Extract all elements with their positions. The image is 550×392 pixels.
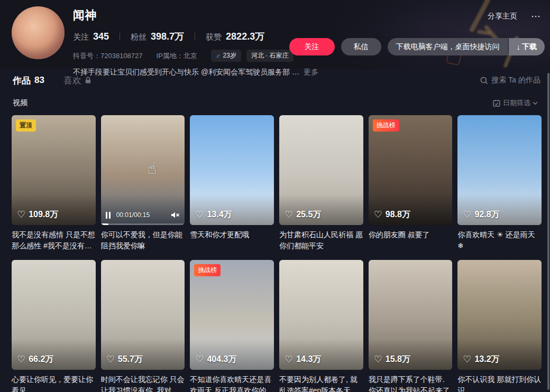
video-caption[interactable]: 你的朋友圈 叔要了 [369, 229, 453, 240]
heart-icon: ♡ [17, 209, 25, 220]
video-caption[interactable]: 雪天和你才更配哦 [190, 229, 274, 240]
video-thumbnail[interactable]: ♡ 25.5万 [279, 115, 363, 225]
video-thumbnail[interactable]: ♡ 92.8万 [457, 115, 542, 225]
heart-icon: ♡ [463, 209, 471, 220]
heart-icon: ♡ [17, 353, 25, 365]
mute-icon[interactable] [171, 211, 180, 219]
divider [195, 33, 195, 40]
scrollbar[interactable] [547, 73, 549, 390]
heart-icon: ♡ [106, 353, 115, 365]
video-card[interactable]: ♡ 25.5万 为甘肃积石山人民祈福 愿你们都能平安 [279, 115, 363, 251]
video-card[interactable]: ♡ 55.7万 时间不会让我忘记你 只会让我习惯没有你. 我对你仍有爱… [101, 260, 185, 392]
video-card[interactable]: ♡ 66.2万 心要让你听见，爱要让你看见 [12, 260, 96, 392]
video-caption[interactable]: 你喜欢晴天 ☀ 还是雨天 ❄ [457, 229, 542, 251]
like-count: ♡ 98.8万 [374, 209, 410, 220]
like-count: ♡ 109.8万 [17, 209, 58, 220]
video-thumbnail[interactable]: ♡ 55.7万 [101, 260, 185, 370]
date-filter-button[interactable]: 日期筛选 [493, 98, 540, 108]
stat-likes[interactable]: 获赞 2822.3万 [206, 30, 264, 43]
message-button[interactable]: 私信 [341, 38, 381, 55]
progress-bar[interactable] [101, 223, 185, 225]
lock-icon [85, 77, 91, 84]
video-caption[interactable]: 不要因为别人都卷了, 就乱选答案#en版本冬天的秘密 [279, 374, 363, 392]
video-player-controls: 00:01/00:15 [101, 211, 185, 225]
video-caption[interactable]: 为甘肃积石山人民祈福 愿你们都能平安 [279, 229, 363, 251]
like-count: ♡ 13.2万 [463, 353, 499, 365]
ip-location: IP属地：北京 [157, 51, 197, 61]
heart-icon: ♡ [195, 353, 204, 365]
video-thumbnail[interactable]: ♡ 15.8万 [369, 260, 453, 370]
hand-cursor-icon: ☝ [147, 159, 157, 178]
video-card[interactable]: ♡ 15.8万 我只是蹲下系了个鞋带. 你还真以为我站不起来了 [369, 260, 453, 392]
follow-button[interactable]: 关注 [289, 38, 335, 55]
works-count: 83 [34, 75, 44, 86]
action-buttons: 关注 私信 下载电脑客户端，桌面快捷访问 ↓下载 [289, 38, 545, 55]
video-card[interactable]: 挑战榜 ♡ 98.8万 你的朋友圈 叔要了 [369, 115, 453, 251]
video-thumbnail[interactable]: ♡ 14.3万 [279, 260, 363, 370]
like-count: ♡ 25.5万 [285, 209, 321, 220]
video-card[interactable]: ♡ 13.4万 雪天和你才更配哦 [190, 115, 274, 251]
like-count: ♡ 15.8万 [374, 353, 410, 365]
stat-followers[interactable]: 粉丝 398.7万 [131, 30, 184, 43]
video-caption[interactable]: 心要让你听见，爱要让你看见 [12, 374, 96, 392]
works-toolbar: 视频 日期筛选 [0, 94, 550, 112]
avatar[interactable] [12, 6, 65, 59]
video-caption[interactable]: 时间不会让我忘记你 只会让我习惯没有你. 我对你仍有爱… [101, 374, 185, 392]
more-options-icon[interactable]: ⋯ [531, 11, 542, 22]
video-caption[interactable]: 你不认识我 那就打到你认识 [457, 374, 542, 392]
stat-following[interactable]: 关注 345 [73, 31, 109, 42]
username: 闻神 [73, 7, 318, 23]
calendar-icon [493, 99, 500, 107]
video-caption[interactable]: 我不是没有感情 只是不想那么感性 #我不是没有感情只是… [12, 229, 96, 251]
profile-info: 闻神 关注 345 粉丝 398.7万 获赞 2822.3万 抖音号：7203 [73, 7, 318, 77]
search-works[interactable]: 搜索 Ta 的作品 [480, 76, 540, 85]
video-thumbnail[interactable]: 挑战榜 ♡ 404.3万 [190, 260, 274, 370]
download-button[interactable]: ↓下载 [509, 38, 545, 55]
video-caption[interactable]: 我只是蹲下系了个鞋带. 你还真以为我站不起来了 [369, 374, 453, 392]
heart-icon: ♡ [463, 353, 471, 365]
like-count: ♡ 404.3万 [195, 353, 236, 365]
download-arrow-icon: ↓ [517, 42, 521, 51]
video-card[interactable]: 挑战榜 ♡ 404.3万 不知道你喜欢晴天还是喜欢雨天 反正我喜欢你的每一天 [190, 260, 274, 392]
like-count: ♡ 14.3万 [285, 353, 321, 365]
meta-row: 抖音号：72038108727 IP属地：北京 ♂ 23岁 河北 · 石家庄 [73, 50, 318, 62]
tab-works[interactable]: 作品 83 [13, 74, 44, 87]
bio: 不择手段要让宝贝们感受到开心与快乐 @利安闻会军驾驶员服务部 …更多 [73, 68, 318, 77]
heart-icon: ♡ [374, 353, 382, 365]
age-badge: ♂ 23岁 [211, 50, 241, 62]
video-card[interactable]: 00:01/00:15 ☝ 你可以不爱我，但是你能阻挡我爱你嘛 [101, 115, 185, 251]
like-count: ♡ 92.8万 [463, 209, 499, 220]
video-card[interactable]: ♡ 14.3万 不要因为别人都卷了, 就乱选答案#en版本冬天的秘密 [279, 260, 363, 392]
video-thumbnail[interactable]: ♡ 13.4万 [190, 115, 274, 225]
share-profile-button[interactable]: 分享主页 [488, 12, 517, 21]
video-thumbnail[interactable]: 00:01/00:15 ☝ [101, 115, 185, 225]
video-thumbnail[interactable]: 置顶 ♡ 109.8万 [12, 115, 96, 225]
profile-header: 分享主页 ⋯ 闻神 关注 345 粉丝 398.7万 获赞 2822.3万 [0, 0, 550, 69]
divider [120, 33, 120, 40]
video-card[interactable]: ♡ 13.2万 你不认识我 那就打到你认识 [457, 260, 542, 392]
douyin-id: 抖音号：72038108727 [73, 51, 143, 61]
heart-icon: ♡ [195, 209, 204, 220]
video-thumbnail[interactable]: ♡ 13.2万 [457, 260, 542, 370]
video-card[interactable]: 置顶 ♡ 109.8万 我不是没有感情 只是不想那么感性 #我不是没有感情只是… [12, 115, 96, 251]
heart-icon: ♡ [374, 209, 382, 220]
section-label-video: 视频 [13, 98, 28, 108]
pause-icon[interactable] [106, 212, 112, 219]
location-badge: 河北 · 石家庄 [246, 50, 294, 62]
video-caption[interactable]: 不知道你喜欢晴天还是喜欢雨天 反正我喜欢你的每一天 [190, 374, 274, 392]
bio-more-link[interactable]: 更多 [304, 68, 318, 76]
search-icon [480, 77, 488, 85]
like-count: ♡ 13.4万 [195, 209, 232, 220]
douyin-profile-page: 分享主页 ⋯ 闻神 关注 345 粉丝 398.7万 获赞 2822.3万 [0, 0, 550, 392]
player-time: 00:01/00:15 [116, 211, 150, 219]
download-client-button[interactable]: 下载电脑客户端，桌面快捷访问 [388, 38, 508, 55]
card-badge: 挑战榜 [194, 264, 221, 276]
video-grid: 置顶 ♡ 109.8万 我不是没有感情 只是不想那么感性 #我不是没有感情只是…… [0, 112, 550, 392]
video-card[interactable]: ♡ 92.8万 你喜欢晴天 ☀ 还是雨天 ❄ [457, 115, 542, 251]
video-caption[interactable]: 你可以不爱我，但是你能阻挡我爱你嘛 [101, 229, 185, 251]
video-thumbnail[interactable]: 挑战榜 ♡ 98.8万 [369, 115, 453, 225]
like-count: ♡ 55.7万 [106, 353, 143, 365]
chevron-down-icon [533, 101, 538, 105]
video-thumbnail[interactable]: ♡ 66.2万 [12, 260, 96, 370]
stats-row: 关注 345 粉丝 398.7万 获赞 2822.3万 [73, 30, 318, 43]
